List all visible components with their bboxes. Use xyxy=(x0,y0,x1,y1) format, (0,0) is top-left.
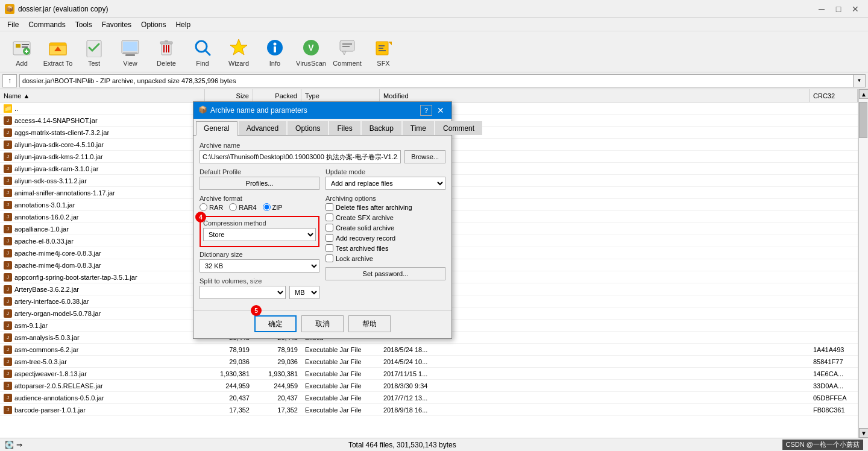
ok-button[interactable]: 确定 xyxy=(254,315,297,332)
jar-icon: J xyxy=(4,321,12,330)
menu-file[interactable]: File xyxy=(2,19,24,30)
set-password-section: Set password... xyxy=(326,267,445,280)
col-header-name[interactable]: Name ▲ xyxy=(0,89,205,102)
comment-button[interactable]: Comment xyxy=(330,34,364,70)
annotation-4: 4 xyxy=(195,212,206,222)
virusscan-button[interactable]: V VirusScan xyxy=(294,34,328,70)
tab-backup[interactable]: Backup xyxy=(362,121,401,135)
jar-icon: J xyxy=(4,382,12,390)
col-header-crc[interactable]: CRC32 xyxy=(810,89,858,102)
menu-commands[interactable]: Commands xyxy=(24,19,70,30)
list-item[interactable]: Jasm-tree-5.0.3.jar 29,036 29,036 Execut… xyxy=(0,356,858,368)
radio-rar4[interactable]: RAR4 xyxy=(229,203,256,211)
maximize-button[interactable]: □ xyxy=(831,4,846,14)
delete-button[interactable]: Delete xyxy=(149,34,183,70)
help-dlg-button[interactable]: 帮助 xyxy=(348,315,391,332)
list-item[interactable]: Jasm-commons-6.2.jar 78,919 78,919 Execu… xyxy=(0,344,858,356)
col-header-type[interactable]: Type xyxy=(301,89,380,102)
list-item[interactable]: Jaudience-annotations-0.5.0.jar 20,437 2… xyxy=(0,392,858,404)
vertical-scrollbar[interactable]: ▲ ▼ xyxy=(858,89,868,438)
zip-radio[interactable] xyxy=(263,203,271,211)
jar-icon: J xyxy=(4,116,12,125)
menu-tools[interactable]: Tools xyxy=(71,19,97,30)
address-dropdown[interactable]: ▼ xyxy=(854,74,866,87)
archive-path-input[interactable] xyxy=(200,150,401,163)
scroll-track[interactable] xyxy=(859,99,868,428)
jar-icon: J xyxy=(4,394,12,402)
lock-archive-checkbox[interactable] xyxy=(326,254,333,262)
address-container: ▼ xyxy=(19,74,866,87)
close-button[interactable]: ✕ xyxy=(848,4,863,14)
svg-rect-32 xyxy=(342,46,350,47)
test-archived-checkbox[interactable] xyxy=(326,244,333,252)
checkbox-test[interactable]: Test archived files xyxy=(326,244,445,252)
virusscan-label: VirusScan xyxy=(296,60,326,67)
jar-icon: J xyxy=(4,370,12,378)
archive-name-group: Archive name Browse... xyxy=(200,142,445,163)
archive-format-radios: RAR RAR4 ZIP xyxy=(200,203,319,211)
comment-label: Comment xyxy=(333,60,362,67)
set-password-button[interactable]: Set password... xyxy=(326,267,445,280)
tab-options[interactable]: Options xyxy=(288,121,328,135)
col-header-modified[interactable]: Modified xyxy=(380,89,810,102)
checkbox-recovery[interactable]: Add recovery record xyxy=(326,234,445,242)
scroll-up-arrow[interactable]: ▲ xyxy=(859,89,868,99)
scroll-thumb[interactable] xyxy=(859,102,867,138)
list-item[interactable]: Jattoparser-2.0.5.RELEASE.jar 244,959 24… xyxy=(0,380,858,392)
titlebar: 📦 dossier.jar (evaluation copy) ─ □ ✕ xyxy=(0,0,868,18)
dialog-help-button[interactable]: ? xyxy=(420,105,432,116)
list-item[interactable]: Jbarcode-parser-1.0.1.jar 17,352 17,352 … xyxy=(0,404,858,416)
radio-rar[interactable]: RAR xyxy=(200,203,223,211)
add-button[interactable]: Add xyxy=(5,34,39,70)
arrow-icon: ⇒ xyxy=(16,441,22,449)
info-button[interactable]: Info xyxy=(258,34,292,70)
menu-options[interactable]: Options xyxy=(136,19,171,30)
col-header-size[interactable]: Size xyxy=(205,89,253,102)
solid-archive-checkbox[interactable] xyxy=(326,224,333,232)
tab-general[interactable]: General xyxy=(196,121,237,136)
dictionary-size-select[interactable]: 32 KB 64 KB 128 KB xyxy=(200,259,319,273)
update-mode-select[interactable]: Add and replace files Update and add fil… xyxy=(326,177,445,190)
checkbox-delete-files[interactable]: Delete files after archiving xyxy=(326,203,445,211)
sfx-button[interactable]: SFX xyxy=(366,34,400,70)
dialog-close-button[interactable]: ✕ xyxy=(435,106,447,115)
checkbox-lock[interactable]: Lock archive xyxy=(326,254,445,262)
split-unit-select[interactable]: MB KB GB xyxy=(289,286,319,299)
menu-help[interactable]: Help xyxy=(171,19,195,30)
extract-to-button[interactable]: Extract To xyxy=(41,34,75,70)
scroll-down-arrow[interactable]: ▼ xyxy=(859,428,868,438)
tab-advanced[interactable]: Advanced xyxy=(239,121,286,135)
create-sfx-checkbox[interactable] xyxy=(326,213,333,221)
jar-icon: J xyxy=(4,140,12,149)
delete-files-checkbox[interactable] xyxy=(326,203,333,211)
test-button[interactable]: Test xyxy=(77,34,111,70)
compression-method-select[interactable]: Store Fastest Fast Normal Good Best xyxy=(203,228,316,241)
recovery-record-checkbox[interactable] xyxy=(326,234,333,242)
wizard-button[interactable]: Wizard xyxy=(222,34,256,70)
svg-point-26 xyxy=(274,42,277,45)
jar-icon: J xyxy=(4,165,12,173)
tab-files[interactable]: Files xyxy=(329,121,360,135)
profiles-button[interactable]: Profiles... xyxy=(200,177,319,190)
checkbox-create-sfx[interactable]: Create SFX archive xyxy=(326,213,445,221)
list-item[interactable]: Jaspectjweaver-1.8.13.jar 1,930,381 1,93… xyxy=(0,368,858,380)
radio-zip[interactable]: ZIP xyxy=(263,203,283,211)
cancel-button[interactable]: 取消 xyxy=(301,315,344,332)
browse-button[interactable]: Browse... xyxy=(404,150,445,163)
svg-rect-13 xyxy=(123,52,137,54)
up-button[interactable]: ↑ xyxy=(2,74,17,87)
tab-time[interactable]: Time xyxy=(403,121,434,135)
tab-comment[interactable]: Comment xyxy=(435,121,482,135)
rar-radio[interactable] xyxy=(200,203,207,211)
checkbox-solid[interactable]: Create solid archive xyxy=(326,224,445,232)
menu-favorites[interactable]: Favorites xyxy=(97,19,136,30)
jar-icon: J xyxy=(4,237,12,245)
find-button[interactable]: Find xyxy=(186,34,219,70)
col-header-packed[interactable]: Packed xyxy=(253,89,301,102)
split-size-select[interactable] xyxy=(200,286,286,299)
minimize-button[interactable]: ─ xyxy=(814,4,829,14)
svg-marker-34 xyxy=(388,42,392,45)
view-button[interactable]: View xyxy=(113,34,147,70)
address-input[interactable] xyxy=(19,74,854,87)
rar4-radio[interactable] xyxy=(229,203,237,211)
